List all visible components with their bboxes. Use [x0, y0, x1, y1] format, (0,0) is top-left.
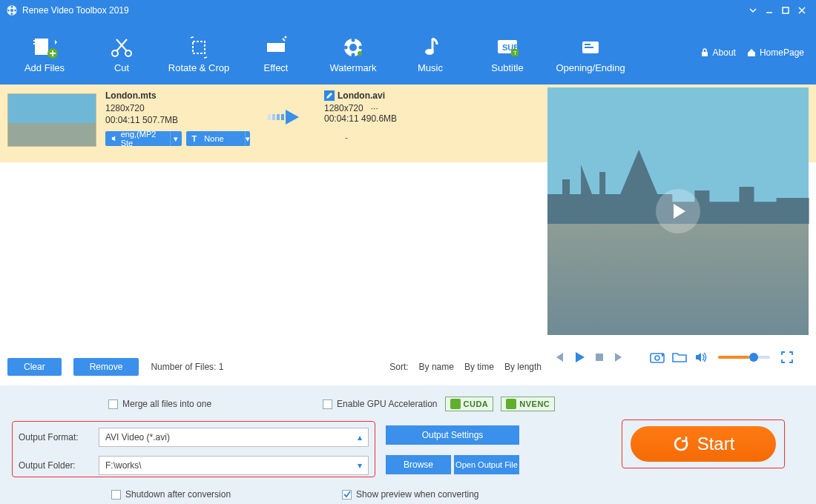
cut-button[interactable]: Cut: [83, 21, 160, 84]
scissors-icon: [109, 33, 134, 62]
output-duration-size: 00:04:11 490.6MB: [324, 113, 473, 124]
cuda-label: CUDA: [464, 399, 489, 408]
toolbar-label: Subtitle: [491, 62, 523, 73]
main-toolbar: Add Files Cut Rotate & Crop Effect Water…: [0, 21, 816, 84]
svg-rect-6: [783, 7, 789, 13]
volume-slider[interactable]: [718, 356, 770, 359]
opening-ending-button[interactable]: Opening/Ending: [546, 21, 635, 84]
chevron-down-icon: ▾: [245, 131, 250, 146]
lock-icon: [700, 47, 710, 58]
fullscreen-button[interactable]: [780, 351, 794, 364]
rotate-crop-button[interactable]: Rotate & Crop: [160, 21, 237, 84]
titlebar: Renee Video Toolbox 2019: [0, 0, 816, 21]
toolbar-label: Watermark: [329, 62, 376, 73]
prev-button[interactable]: [552, 351, 565, 364]
shutdown-checkbox[interactable]: Shutdown after conversion: [111, 489, 231, 500]
stop-button[interactable]: [593, 351, 605, 363]
text-icon: T: [192, 134, 197, 143]
audio-track-selector[interactable]: eng,(MP2 Ste ▾: [105, 131, 182, 146]
toolbar-label: Cut: [114, 62, 129, 73]
edit-icon[interactable]: [324, 90, 335, 101]
start-button[interactable]: Start: [631, 426, 776, 462]
merge-checkbox[interactable]: Merge all files into one: [108, 399, 211, 409]
play-overlay-button[interactable]: [656, 189, 700, 233]
open-folder-button[interactable]: [672, 351, 687, 364]
shutdown-label: Shutdown after conversion: [125, 489, 231, 500]
collapse-button[interactable]: [745, 2, 761, 19]
toolbar-label: Rotate & Crop: [168, 62, 229, 73]
output-folder-combo[interactable]: F:\works\ ▾: [99, 456, 369, 475]
open-output-file-button[interactable]: Open Output File: [454, 455, 519, 474]
sort-by-length[interactable]: By length: [504, 362, 542, 372]
home-icon: [746, 47, 757, 58]
toolbar-label: Music: [418, 62, 443, 73]
output-format-combo[interactable]: AVI Video (*.avi) ▴: [99, 428, 369, 447]
show-preview-checkbox[interactable]: Show preview when converting: [342, 489, 478, 500]
bottom-panel: Merge all files into one Enable GPU Acce…: [0, 385, 816, 504]
sort-by-name[interactable]: By name: [419, 362, 454, 372]
source-thumbnail: [7, 93, 96, 147]
watermark-button[interactable]: Watermark: [315, 21, 392, 84]
volume-button[interactable]: [694, 351, 708, 364]
svg-rect-11: [33, 43, 35, 44]
checkbox-icon: [323, 399, 332, 409]
sort-by-time[interactable]: By time: [464, 362, 494, 372]
svg-rect-36: [268, 114, 271, 120]
audio-pill-label: eng,(MP2 Ste: [121, 131, 164, 146]
svg-point-24: [352, 53, 355, 56]
play-icon: [668, 201, 688, 222]
chevron-down-icon: ▾: [170, 131, 182, 146]
preview-controls: [547, 339, 809, 375]
output-format-label: Output Format:: [19, 432, 93, 442]
svg-rect-40: [596, 354, 603, 361]
maximize-button[interactable]: [777, 2, 794, 19]
close-button[interactable]: [794, 2, 810, 19]
output-format-value: AVI Video (*.avi): [105, 432, 170, 442]
about-label: About: [713, 47, 736, 58]
browse-button[interactable]: Browse: [386, 455, 451, 474]
svg-point-26: [358, 51, 362, 56]
add-files-icon: [30, 33, 59, 62]
clear-button[interactable]: Clear: [7, 358, 62, 376]
play-button[interactable]: [573, 351, 586, 364]
refresh-icon: [672, 435, 690, 453]
svg-point-25: [344, 45, 348, 49]
list-footer: Clear Remove Number of Files: 1 Sort: By…: [7, 356, 542, 378]
output-options-icon[interactable]: ···: [371, 103, 378, 113]
remove-button[interactable]: Remove: [73, 358, 139, 376]
minimize-button[interactable]: [761, 2, 777, 19]
next-button[interactable]: [613, 351, 626, 364]
add-files-button[interactable]: Add Files: [6, 21, 83, 84]
subtitle-button[interactable]: SUBT Subtitle: [469, 21, 546, 84]
svg-point-27: [425, 49, 434, 55]
homepage-link[interactable]: HomePage: [746, 47, 804, 58]
preview-panel: [547, 87, 809, 335]
gpu-checkbox[interactable]: Enable GPU Acceleration: [323, 399, 437, 409]
output-actions: Output Settings Browse Open Output File: [386, 425, 527, 485]
subtitle-icon: SUBT: [495, 33, 520, 62]
svg-rect-18: [267, 52, 285, 55]
source-filename: London.mts: [105, 90, 250, 101]
app-title: Renee Video Toolbox 2019: [22, 5, 745, 16]
svg-point-42: [655, 356, 659, 360]
svg-rect-33: [585, 44, 590, 45]
subtitle-pill-label: None: [200, 134, 238, 143]
snapshot-button[interactable]: [650, 351, 665, 364]
svg-point-21: [349, 44, 357, 51]
app-icon: [6, 4, 18, 16]
effect-button[interactable]: Effect: [237, 21, 315, 84]
svg-rect-38: [277, 114, 280, 120]
svg-point-22: [352, 38, 355, 42]
output-folder-label: Output Folder:: [19, 460, 93, 471]
toolbar-label: Effect: [263, 62, 288, 73]
subtitle-track-selector[interactable]: TNone ▾: [186, 131, 250, 146]
checkbox-icon: [111, 490, 121, 500]
gpu-label: Enable GPU Acceleration: [337, 399, 437, 409]
svg-point-2: [11, 6, 13, 8]
music-button[interactable]: Music: [392, 21, 469, 84]
output-settings-button[interactable]: Output Settings: [386, 425, 519, 445]
about-link[interactable]: About: [700, 47, 736, 58]
output-folder-value: F:\works\: [105, 460, 142, 471]
chevron-up-icon: ▴: [358, 432, 362, 442]
sort-label: Sort:: [389, 362, 408, 372]
